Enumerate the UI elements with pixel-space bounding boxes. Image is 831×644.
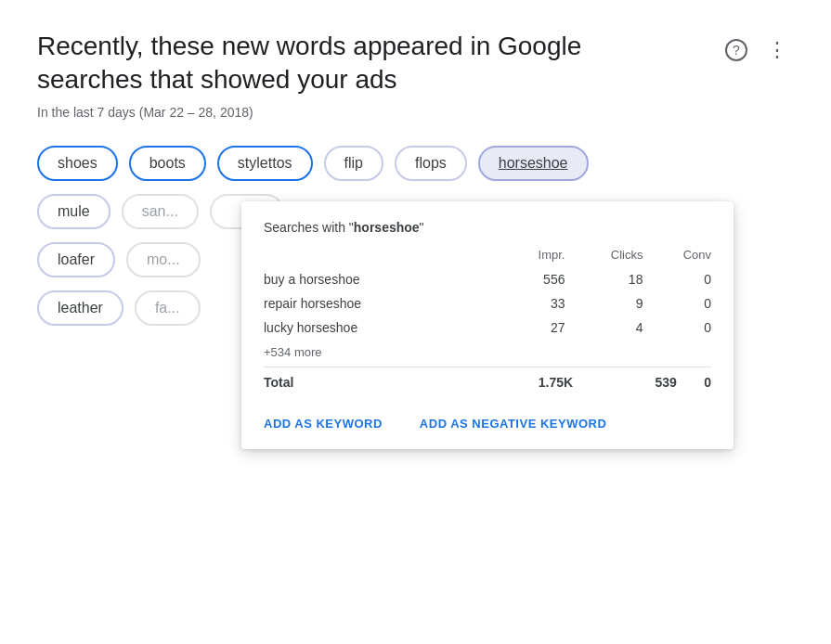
chips-area: shoes boots stylettos flip flops horsesh… [37, 146, 794, 326]
table-header-row: Impr. Clicks Conv [264, 248, 711, 267]
add-negative-keyword-button[interactable]: ADD AS NEGATIVE KEYWORD [420, 417, 606, 431]
chip-flops[interactable]: flops [395, 146, 467, 181]
table-row: buy a horseshoe 556 18 0 [264, 267, 711, 291]
impr-2: 33 [500, 291, 565, 316]
clicks-1: 18 [565, 267, 643, 291]
chips-row-1: shoes boots stylettos flip flops horsesh… [37, 146, 794, 181]
chip-loafer[interactable]: loafer [37, 242, 115, 277]
chip-flip[interactable]: flip [324, 146, 383, 181]
chip-boots[interactable]: boots [129, 146, 206, 181]
help-button[interactable]: ? [720, 33, 753, 67]
query-3: lucky horseshoe [264, 316, 500, 340]
more-button[interactable]: ⋮ [760, 33, 794, 67]
clicks-2: 9 [565, 291, 643, 316]
chip-mo[interactable]: mo... [126, 242, 201, 277]
conv-2: 0 [643, 291, 711, 316]
chip-leather[interactable]: leather [37, 290, 123, 326]
more-link[interactable]: +534 more [264, 345, 711, 359]
popup-actions: ADD AS KEYWORD ADD AS NEGATIVE KEYWORD [264, 413, 711, 431]
chip-mule[interactable]: mule [37, 194, 110, 229]
total-table: Total 1.75K 539 0 [264, 367, 711, 394]
chip-shoes[interactable]: shoes [37, 146, 118, 181]
chip-san[interactable]: san... [122, 194, 199, 229]
chip-stylettos[interactable]: stylettos [217, 146, 313, 181]
conv-1: 0 [643, 267, 711, 291]
total-clicks: 539 [573, 367, 677, 394]
page-title: Recently, these new words appeared in Go… [37, 30, 669, 97]
total-row: Total 1.75K 539 0 [264, 367, 711, 394]
popup-table: Impr. Clicks Conv buy a horseshoe 556 18… [264, 248, 711, 340]
impr-3: 27 [500, 316, 565, 340]
col-impr: Impr. [500, 248, 565, 267]
total-conv: 0 [677, 367, 711, 394]
popup: Searches with "horseshoe" Impr. Clicks C… [241, 201, 734, 449]
col-conv: Conv [643, 248, 711, 267]
conv-3: 0 [643, 316, 711, 340]
add-keyword-button[interactable]: ADD AS KEYWORD [264, 417, 383, 431]
chip-fa[interactable]: fa... [135, 290, 201, 326]
query-1: buy a horseshoe [264, 267, 500, 291]
query-2: repair horseshoe [264, 291, 500, 316]
header-icons: ? ⋮ [720, 33, 794, 67]
chip-horseshoe[interactable]: horseshoe [478, 146, 589, 181]
header-row: Recently, these new words appeared in Go… [37, 30, 794, 97]
total-label: Total [264, 367, 408, 394]
total-impr: 1.75K [408, 367, 573, 394]
popup-keyword: horseshoe [354, 220, 420, 235]
page-container: Recently, these new words appeared in Go… [0, 0, 831, 368]
table-row: repair horseshoe 33 9 0 [264, 291, 711, 316]
col-query [264, 248, 500, 267]
popup-header: Searches with "horseshoe" [264, 220, 711, 235]
clicks-3: 4 [565, 316, 643, 340]
table-row: lucky horseshoe 27 4 0 [264, 316, 711, 340]
col-clicks: Clicks [565, 248, 643, 267]
more-icon: ⋮ [767, 38, 788, 62]
help-icon: ? [725, 39, 747, 61]
impr-1: 556 [500, 267, 565, 291]
subtitle: In the last 7 days (Mar 22 – 28, 2018) [37, 105, 794, 120]
